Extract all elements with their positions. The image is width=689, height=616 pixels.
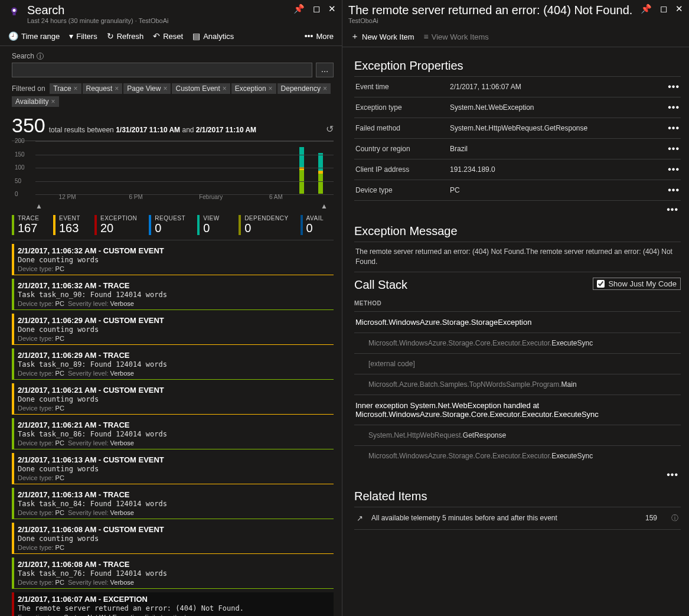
open-icon: ↗ — [357, 514, 363, 523]
chart-handle-right[interactable]: ▲ — [321, 202, 328, 210]
metric-exception[interactable]: EXCEPTION20 — [94, 215, 137, 235]
info-icon[interactable]: i — [37, 53, 44, 60]
stack-frame[interactable]: [external code] — [354, 353, 681, 374]
event-row[interactable]: 2/1/2017, 11:06:29 AM - TRACETask task_n… — [12, 348, 334, 380]
close-icon[interactable]: ✕ — [328, 4, 336, 14]
metric-avail[interactable]: AVAIL0 — [301, 215, 330, 235]
search-input[interactable] — [12, 63, 312, 77]
chip-remove-icon[interactable]: × — [51, 97, 55, 106]
related-item-text: All available telemetry 5 minutes before… — [371, 514, 557, 522]
stack-group[interactable]: Microsoft.WindowsAzure.Storage.StorageEx… — [354, 311, 681, 333]
stack-frame[interactable]: Microsoft.Azure.Batch.Samples.TopNWordsS… — [354, 374, 681, 395]
close-icon[interactable]: ✕ — [675, 4, 683, 14]
reset-button[interactable]: ↶Reset — [153, 31, 183, 41]
filter-chip[interactable]: Exception× — [231, 83, 276, 94]
filters-button[interactable]: ▾Filters — [69, 31, 97, 41]
maximize-icon[interactable]: ◻ — [660, 4, 667, 14]
results-chart[interactable]: 200150100500 12 PM6 PMFebruary6 AM ▲▲ — [12, 141, 334, 210]
filter-chip[interactable]: Dependency× — [277, 83, 331, 94]
show-my-code-input[interactable] — [597, 280, 605, 288]
event-row[interactable]: 2/1/2017, 11:06:29 AM - CUSTOM EVENTDone… — [12, 314, 334, 345]
list-icon: ≡ — [424, 32, 429, 41]
property-more-button[interactable]: ••• — [668, 185, 680, 195]
ellipsis-icon: ••• — [305, 31, 314, 41]
refresh-icon: ↻ — [107, 31, 114, 41]
stack-group[interactable]: Inner exception System.Net.WebException … — [354, 395, 681, 425]
property-more-button[interactable]: ••• — [668, 102, 680, 113]
analytics-button[interactable]: ▤Analytics — [192, 31, 234, 41]
more-button[interactable]: •••More — [305, 31, 334, 41]
event-row[interactable]: 2/1/2017, 11:06:21 AM - TRACETask task_n… — [12, 418, 334, 449]
filter-chip[interactable]: Availability× — [12, 96, 59, 107]
show-my-code-checkbox[interactable]: Show Just My Code — [593, 278, 681, 290]
filter-chip[interactable]: Custom Event× — [172, 83, 230, 94]
chip-remove-icon[interactable]: × — [269, 84, 273, 93]
metric-view[interactable]: VIEW0 — [197, 215, 227, 235]
filter-chip[interactable]: Request× — [83, 83, 123, 94]
chip-remove-icon[interactable]: × — [323, 84, 327, 93]
results-range: total results between 1/31/2017 11:10 AM… — [49, 126, 256, 134]
page-subtitle: Last 24 hours (30 minute granularity) · … — [27, 17, 293, 24]
new-work-item-button[interactable]: ＋New Work Item — [351, 31, 414, 42]
property-row[interactable]: Country or regionBrazil••• — [354, 138, 681, 159]
metric-event[interactable]: EVENT163 — [53, 215, 83, 235]
svg-rect-1 — [13, 13, 16, 15]
related-items-title: Related Items — [354, 490, 681, 503]
property-row[interactable]: Event time2/1/2017, 11:06:07 AM••• — [354, 76, 681, 97]
properties-more-button[interactable]: ••• — [667, 204, 678, 214]
page-title: Search — [27, 4, 293, 17]
method-column-header: METHOD — [354, 300, 681, 307]
undo-icon: ↶ — [153, 31, 160, 41]
pin-icon[interactable]: 📌 — [293, 4, 305, 14]
chip-remove-icon[interactable]: × — [115, 84, 119, 93]
event-row[interactable]: 2/1/2017, 11:06:07 AM - EXCEPTIONThe rem… — [12, 592, 334, 616]
chart-handle-left[interactable]: ▲ — [35, 202, 43, 210]
metric-dependency[interactable]: DEPENDENCY0 — [239, 215, 288, 235]
clock-icon: 🕘 — [8, 31, 18, 41]
filtered-on-label: Filtered on — [12, 84, 45, 93]
appinsights-icon — [6, 4, 22, 20]
maximize-icon[interactable]: ◻ — [313, 4, 320, 14]
chip-remove-icon[interactable]: × — [163, 84, 167, 93]
search-ellipsis-button[interactable]: … — [316, 63, 334, 77]
property-more-button[interactable]: ••• — [668, 144, 680, 154]
event-row[interactable]: 2/1/2017, 11:06:13 AM - CUSTOM EVENTDone… — [12, 453, 334, 484]
property-row[interactable]: Exception typeSystem.Net.WebException••• — [354, 97, 681, 118]
related-item-row[interactable]: ↗ All available telemetry 5 minutes befo… — [354, 507, 681, 530]
filter-chip[interactable]: Page View× — [123, 83, 171, 94]
property-more-button[interactable]: ••• — [668, 164, 680, 175]
callstack-more-button[interactable]: ••• — [667, 470, 678, 480]
left-header: Search Last 24 hours (30 minute granular… — [0, 0, 342, 27]
event-row[interactable]: 2/1/2017, 11:06:32 AM - TRACETask task_n… — [12, 279, 334, 310]
event-row[interactable]: 2/1/2017, 11:06:08 AM - TRACETask task_n… — [12, 558, 334, 589]
search-label: Search i — [12, 52, 334, 60]
results-count: 350 — [12, 114, 45, 137]
chip-remove-icon[interactable]: × — [74, 84, 78, 93]
metric-request[interactable]: REQUEST0 — [149, 215, 185, 235]
property-row[interactable]: Device typePC••• — [354, 180, 681, 201]
property-row[interactable]: Failed methodSystem.Net.HttpWebRequest.G… — [354, 118, 681, 138]
history-icon[interactable]: ↺ — [326, 123, 334, 135]
stack-frame[interactable]: System.Net.HttpWebRequest.GetResponse — [354, 425, 681, 445]
stack-frame[interactable]: Microsoft.WindowsAzure.Storage.Core.Exec… — [354, 333, 681, 353]
event-row[interactable]: 2/1/2017, 11:06:13 AM - TRACETask task_n… — [12, 488, 334, 519]
property-more-button[interactable]: ••• — [668, 123, 680, 133]
metric-trace[interactable]: TRACE167 — [12, 215, 41, 235]
svg-point-2 — [13, 9, 16, 12]
refresh-button[interactable]: ↻Refresh — [107, 31, 144, 41]
funnel-icon: ▾ — [69, 31, 73, 41]
exception-properties-title: Exception Properties — [354, 59, 681, 73]
property-row[interactable]: Client IP address191.234.189.0••• — [354, 159, 681, 180]
pin-icon[interactable]: 📌 — [641, 4, 652, 14]
event-row[interactable]: 2/1/2017, 11:06:08 AM - CUSTOM EVENTDone… — [12, 523, 334, 554]
property-more-button[interactable]: ••• — [668, 82, 680, 92]
stack-frame[interactable]: Microsoft.WindowsAzure.Storage.Core.Exec… — [354, 445, 681, 466]
event-row[interactable]: 2/1/2017, 11:06:32 AM - CUSTOM EVENTDone… — [12, 244, 334, 275]
info-icon[interactable]: ⓘ — [671, 513, 678, 523]
chip-remove-icon[interactable]: × — [223, 84, 227, 93]
analytics-icon: ▤ — [192, 31, 200, 41]
time-range-button[interactable]: 🕘Time range — [8, 31, 60, 41]
event-row[interactable]: 2/1/2017, 11:06:21 AM - CUSTOM EVENTDone… — [12, 383, 334, 415]
view-work-items-button[interactable]: ≡View Work Items — [424, 32, 489, 41]
filter-chip[interactable]: Trace× — [50, 83, 81, 94]
